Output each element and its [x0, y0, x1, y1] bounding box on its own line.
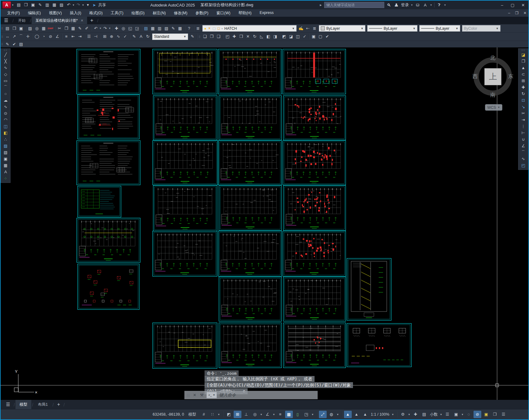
rectangle-icon[interactable]: ▭ — [2, 78, 9, 84]
drawing-sheet[interactable] — [284, 323, 346, 368]
layer-dropdown[interactable]: ●☀▢◻▪HATCH▼ — [202, 25, 297, 32]
new-icon[interactable]: ▤ — [4, 25, 11, 32]
delete-faces-icon[interactable]: ✕ — [245, 33, 251, 40]
drawing-sheet[interactable] — [219, 277, 282, 321]
drawing-sheet[interactable] — [283, 49, 346, 94]
drawing-sheet[interactable] — [284, 186, 346, 231]
aligned-dimension-icon[interactable]: ↗ — [11, 33, 18, 40]
tab-close-icon[interactable]: ✕ — [81, 19, 83, 23]
help-caret-icon[interactable]: ▼ — [444, 4, 446, 7]
trim-icon[interactable]: ✂ — [520, 110, 527, 117]
color-edges-icon[interactable]: ◪ — [288, 33, 294, 40]
match-properties-icon[interactable]: ✎ — [77, 25, 83, 32]
circle-icon[interactable]: ○ — [2, 91, 9, 97]
tolerance-icon[interactable]: ⊞ — [101, 33, 108, 40]
infer-constraints-toggle[interactable]: ◩ — [225, 411, 233, 418]
array-icon[interactable]: ⊞ — [520, 78, 527, 84]
drawing-sheet[interactable] — [153, 96, 217, 140]
break-icon[interactable]: ⊢ — [520, 130, 527, 136]
units-value[interactable]: 小数 — [429, 412, 439, 417]
menu-窗口(W)[interactable]: 窗口(W) — [212, 11, 234, 16]
menu-工具(T)[interactable]: 工具(T) — [107, 11, 127, 16]
units-value-caret[interactable]: ▼ — [440, 413, 442, 416]
plotstyle-caret-icon[interactable]: ▼ — [496, 27, 499, 30]
autodesk-app-caret-icon[interactable]: ▼ — [430, 4, 432, 7]
clean-screen-toggle[interactable]: ❒ — [491, 411, 499, 418]
dimension-edit-icon[interactable]: ✎ — [131, 33, 138, 40]
drawing-sheet[interactable] — [283, 141, 346, 185]
region-icon[interactable]: ▣ — [2, 156, 9, 162]
mirror-icon[interactable]: ▲ — [520, 65, 527, 71]
workspace-switching-icon[interactable]: ⚙ — [399, 411, 407, 418]
redo-icon[interactable]: ↷ — [75, 2, 82, 8]
extend-icon[interactable]: ⇥ — [520, 117, 527, 123]
qat-menu-icon[interactable]: ▾ — [84, 2, 91, 8]
layer-states-icon[interactable]: ≣ — [311, 25, 318, 32]
share-button[interactable]: 共享 — [98, 2, 106, 8]
copy-icon[interactable]: ❐ — [520, 58, 527, 64]
command-input-placeholder[interactable]: 键入命令 — [219, 392, 236, 398]
dimension-jog-line-icon[interactable]: ∿ — [115, 33, 122, 40]
signin-button[interactable]: 登录 — [401, 2, 409, 8]
autodesk-app-icon[interactable]: A — [422, 3, 428, 7]
erase-icon[interactable]: ◪ — [520, 52, 527, 58]
save-to-mobile-icon[interactable]: ▦ — [51, 2, 58, 8]
undo-icon[interactable]: ↶ — [65, 2, 72, 8]
help-icon[interactable]: ? — [186, 25, 192, 32]
annotation-monitor-toggle[interactable]: ✚ — [412, 411, 419, 418]
signin-caret-icon[interactable]: ▼ — [411, 4, 413, 7]
menu-Express[interactable]: Express — [256, 11, 278, 16]
quickcalc-icon[interactable]: ▦ — [177, 25, 183, 32]
command-input-bar[interactable]: ⣿⣿ ✕ ⚒ >_▼ 键入命令 — [184, 391, 318, 399]
markup-icon[interactable]: ✎ — [170, 25, 177, 32]
zoom-window-icon[interactable]: ◱ — [127, 25, 134, 32]
toolbar-grip[interactable]: ⣿ — [1, 43, 3, 46]
explode-icon[interactable]: ◰ — [520, 162, 527, 169]
zoom-previous-icon[interactable]: ◲ — [134, 25, 140, 32]
new-tab-button[interactable]: + — [87, 17, 96, 24]
menu-视图(V)[interactable]: 视图(V) — [45, 11, 66, 16]
cut-icon[interactable]: ✂ — [56, 25, 63, 32]
viewcube-east-label[interactable]: 东 — [507, 73, 514, 80]
diameter-dimension-icon[interactable]: ⊘ — [47, 33, 54, 40]
menu-帮助(H)[interactable]: 帮助(H) — [234, 11, 255, 16]
imprint-icon[interactable]: ◫ — [294, 33, 301, 40]
isometric-drafting-toggle-caret[interactable]: ▼ — [273, 413, 275, 416]
stretch-icon[interactable]: ↘ — [520, 104, 527, 110]
zoom-realtime-icon[interactable]: ◎ — [120, 25, 127, 32]
wcs-dropdown[interactable]: WCS ▼ — [485, 104, 502, 111]
dimension-style-manager-icon[interactable]: ✎ — [189, 33, 196, 40]
clean-icon[interactable]: ✓ — [301, 33, 308, 40]
angular-dimension-icon[interactable]: ∠ — [54, 33, 61, 40]
minimize-button[interactable]: – — [497, 1, 507, 9]
layer-plot-icon[interactable]: ▢ — [213, 26, 216, 30]
lock-ui-toggle-caret[interactable]: ▼ — [461, 413, 464, 416]
drawing-sheet[interactable] — [218, 49, 282, 94]
viewcube-west-label[interactable]: 西 — [471, 73, 479, 80]
rotate-icon[interactable]: ↻ — [520, 91, 527, 97]
save-reference-edits-icon[interactable]: ✔ — [11, 41, 18, 47]
construction-line-icon[interactable]: ╳ — [2, 58, 9, 64]
designcenter-icon[interactable]: ▦ — [149, 25, 156, 32]
gradient-icon[interactable]: ▧ — [2, 149, 9, 156]
close-button[interactable]: ✕ — [518, 1, 528, 9]
blend-curves-icon[interactable]: ∿ — [520, 156, 527, 162]
viewcube-south-label[interactable]: 南 — [489, 91, 496, 99]
customization-icon[interactable]: ☰ — [500, 411, 507, 418]
tab-start[interactable]: 开始 — [14, 17, 29, 24]
redo-icon-caret[interactable]: ▼ — [108, 27, 111, 30]
taper-faces-icon[interactable]: ◺ — [258, 33, 265, 40]
quick-properties-toggle[interactable]: ☰ — [443, 411, 451, 418]
toolbar-grip[interactable]: ⠿⠿ — [521, 49, 525, 51]
drawing-sheet[interactable] — [218, 141, 282, 185]
cad-canvas[interactable]: Y✕ — [1, 47, 528, 400]
inspection-icon[interactable]: ✓ — [122, 33, 129, 40]
annotation-autoscale-toggle[interactable]: ▲ — [353, 411, 360, 418]
sheet-set-manager-icon[interactable]: ▧ — [163, 25, 170, 32]
layout-tab-menu-icon[interactable]: ☰ — [3, 402, 13, 407]
arc-icon[interactable]: ⌒ — [2, 84, 9, 91]
search-expand-icon[interactable]: ▶ — [320, 4, 322, 7]
search-icon[interactable]: 🔍︎ — [386, 3, 392, 7]
save-icon[interactable]: ▣ — [18, 25, 24, 32]
store-cart-icon[interactable]: ⛁ — [415, 3, 421, 7]
